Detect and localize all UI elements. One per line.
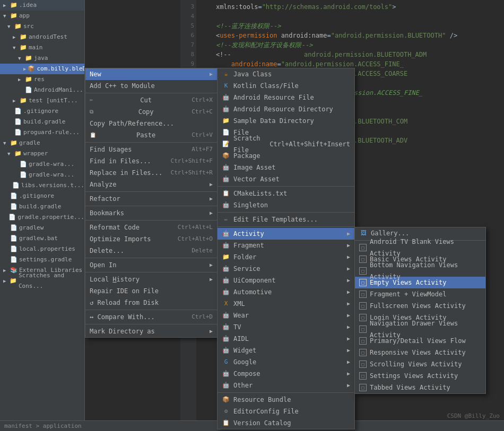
- separator-9: [85, 324, 217, 324]
- sample-data-label: Sample Data Directory: [233, 115, 314, 127]
- new-other[interactable]: 🤖 Other ▶: [218, 380, 354, 391]
- tree-item-gradle[interactable]: ▼ 📁 gradle: [0, 138, 84, 148]
- new-wear[interactable]: 🤖 Wear ▶: [218, 310, 354, 321]
- new-fragment[interactable]: 🤖 Fragment ▶: [218, 240, 354, 251]
- menu-item-paste[interactable]: 📋Paste Ctrl+V: [85, 129, 217, 141]
- new-scratch-file[interactable]: 📝 Scratch File Ctrl+Alt+Shift+Insert: [218, 138, 354, 150]
- new-singleton[interactable]: 🤖 Singleton: [218, 199, 354, 211]
- menu-item-find-usages[interactable]: Find Usages Alt+F7: [85, 144, 217, 155]
- tree-item-buildgradle2[interactable]: 📄 build.gradle: [0, 201, 84, 212]
- tree-item-gradle-wra1[interactable]: 📄 gradle-wra...: [0, 159, 84, 170]
- act-settings[interactable]: □ Settings Views Activity: [355, 370, 485, 382]
- menu-item-copy-path[interactable]: Copy Path/Reference...: [85, 118, 217, 129]
- service-icon: 🤖: [222, 265, 230, 273]
- tree-item-res[interactable]: ▶ 📁 res: [0, 74, 84, 85]
- tree-item-idea[interactable]: ▶ 📁 .idea: [0, 0, 84, 11]
- menu-item-new[interactable]: New ▶: [85, 68, 217, 80]
- menu-item-repair[interactable]: Repair IDE on File: [85, 285, 217, 297]
- menu-item-reload[interactable]: ↺ Reload from Disk: [85, 297, 217, 309]
- menu-item-analyze[interactable]: Analyze ▶: [85, 179, 217, 190]
- code-line-6: <uses-permission android:name="android.p…: [201, 31, 500, 40]
- new-resource-bundle[interactable]: 📦 Resource Bundle: [218, 394, 354, 406]
- menu-item-add-cpp[interactable]: Add C++ to Module: [85, 80, 217, 92]
- tree-item-gradlew[interactable]: 📄 gradlew: [0, 223, 84, 233]
- cmake-label: CMakeLists.txt: [233, 188, 287, 199]
- menu-item-open-in[interactable]: Open In ▶: [85, 259, 217, 271]
- new-java-class[interactable]: ☕ Java Class: [218, 68, 354, 80]
- new-xml[interactable]: X XML ▶: [218, 298, 354, 310]
- menu-item-delete[interactable]: Delete... Delete: [85, 245, 217, 257]
- new-folder[interactable]: 📁 Folder ▶: [218, 251, 354, 263]
- separator-4: [85, 206, 217, 206]
- new-sample-data[interactable]: 📁 Sample Data Directory: [218, 115, 354, 127]
- tree-item-settings-gradle[interactable]: 📄 settings.gradle: [0, 254, 84, 265]
- tree-item-app[interactable]: ▼ 📁 app: [0, 11, 84, 21]
- menu-item-replace-files[interactable]: Replace in Files... Ctrl+Shift+R: [85, 167, 217, 179]
- menu-item-optimize[interactable]: Optimize Imports Ctrl+Alt+O: [85, 233, 217, 245]
- new-widget[interactable]: 🤖 Widget ▶: [218, 345, 354, 356]
- activity-submenu: 🖼 Gallery... □ Android TV Blank Views Ac…: [354, 227, 486, 394]
- tree-item-gitignore1[interactable]: 📄 .gitignore: [0, 106, 84, 117]
- fullscreen-icon: □: [359, 302, 367, 310]
- tree-item-libs[interactable]: 📄 libs.versions.t...: [0, 180, 84, 191]
- new-tv[interactable]: 🤖 TV ▶: [218, 321, 354, 333]
- new-aidl[interactable]: 🤖 AIDL ▶: [218, 333, 354, 345]
- menu-item-bookmarks[interactable]: Bookmarks ▶: [85, 207, 217, 219]
- tree-item-buildgradle1[interactable]: 📄 build.gradle: [0, 117, 84, 127]
- menu-item-reformat[interactable]: Reformat Code Ctrl+Alt+L: [85, 222, 217, 233]
- menu-item-local-history[interactable]: Local History ▶: [85, 274, 217, 285]
- tree-item-androidmani[interactable]: 📄 AndroidMani...: [0, 85, 84, 95]
- aidl-icon: 🤖: [222, 335, 230, 343]
- tree-item-java[interactable]: ▼ 📁 java: [0, 53, 84, 64]
- act-fullscreen[interactable]: □ Fullscreen Views Activity: [355, 300, 485, 312]
- new-cmake[interactable]: 📋 CMakeLists.txt: [218, 188, 354, 199]
- tree-item-androidtest[interactable]: ▶ 📁 androidTest: [0, 32, 84, 42]
- menu-item-cut[interactable]: ✂Cut Ctrl+X: [85, 94, 217, 106]
- new-vector-asset[interactable]: 🤖 Vector Asset: [218, 173, 354, 185]
- new-android-resource-dir[interactable]: 🤖 Android Resource Directory: [218, 103, 354, 115]
- automotive-arrow: ▶: [347, 286, 350, 298]
- menu-item-copy[interactable]: ⧉Copy Ctrl+C: [85, 106, 217, 118]
- new-uicomponent[interactable]: 🤖 UiComponent ▶: [218, 275, 354, 286]
- menu-item-refactor[interactable]: Refactor ▶: [85, 193, 217, 205]
- widget-icon: 🤖: [222, 346, 230, 355]
- new-compose[interactable]: 🤖 Compose ▶: [218, 368, 354, 380]
- tree-item-package[interactable]: ▶ 📦 com.billy.bleDemo: [0, 64, 84, 74]
- compose-icon: 🤖: [222, 370, 230, 378]
- new-image-asset[interactable]: 🤖 Image Asset: [218, 162, 354, 173]
- act-tabbed[interactable]: □ Tabbed Views Activity: [355, 382, 485, 393]
- tree-item-gradle-prop[interactable]: 📄 gradle.propertie...: [0, 212, 84, 223]
- tree-item-gradle-wra2[interactable]: 📄 gradle-wra...: [0, 170, 84, 180]
- menu-item-mark-dir[interactable]: Mark Directory as ▶: [85, 326, 217, 337]
- tv-icon: 🤖: [222, 323, 230, 331]
- act-responsive[interactable]: □ Responsive Views Activity: [355, 347, 485, 358]
- act-bottom-nav[interactable]: □ Bottom Navigation Views Activity: [355, 265, 485, 277]
- tree-item-local-prop[interactable]: 📄 local.properties: [0, 244, 84, 254]
- tv-label: TV: [233, 321, 241, 333]
- menu-item-find-files[interactable]: Find in Files... Ctrl+Shift+F: [85, 155, 217, 167]
- menu-item-compare[interactable]: ↔ Compare With... Ctrl+D: [85, 311, 217, 323]
- act-fragment-viewmodel[interactable]: □ Fragment + ViewModel: [355, 288, 485, 300]
- new-android-resource-file[interactable]: 🤖 Android Resource File: [218, 92, 354, 103]
- new-service[interactable]: 🤖 Service ▶: [218, 263, 354, 275]
- tree-item-test[interactable]: ▶ 📁 test [unitT...: [0, 95, 84, 106]
- tree-item-main[interactable]: ▼ 📁 main: [0, 42, 84, 53]
- tree-item-src[interactable]: ▼ 📁 src: [0, 21, 84, 32]
- new-edit-templates[interactable]: ✏ Edit File Templates...: [218, 214, 354, 225]
- tree-item-gradlew-bat[interactable]: 📄 gradlew.bat: [0, 233, 84, 244]
- new-activity[interactable]: 🤖 Activity ▶: [218, 228, 354, 240]
- tree-item-gitignore2[interactable]: 📄 .gitignore: [0, 191, 84, 201]
- act-scrolling[interactable]: □ Scrolling Views Activity: [355, 358, 485, 370]
- new-kotlin-class[interactable]: K Kotlin Class/File: [218, 80, 354, 92]
- new-editorconfig[interactable]: ⚙ EditorConfig File: [218, 406, 354, 417]
- new-package[interactable]: 📦 Package: [218, 150, 354, 162]
- new-google[interactable]: G Google ▶: [218, 356, 354, 368]
- tree-item-proguard[interactable]: 📄 proguard-rule...: [0, 127, 84, 138]
- tree-item-wrapper[interactable]: ▼ 📁 wrapper: [0, 148, 84, 159]
- tree-item-scratches[interactable]: ▶ 📁 Scratches and Cons...: [0, 276, 84, 286]
- act-nav-drawer[interactable]: □ Navigation Drawer Views Activity: [355, 323, 485, 335]
- new-automotive[interactable]: 🤖 Automotive ▶: [218, 286, 354, 298]
- new-version-catalog[interactable]: 📋 Version Catalog: [218, 417, 354, 429]
- act-tv-blank[interactable]: □ Android TV Blank Views Activity: [355, 242, 485, 253]
- package-icon: 📦: [222, 152, 230, 160]
